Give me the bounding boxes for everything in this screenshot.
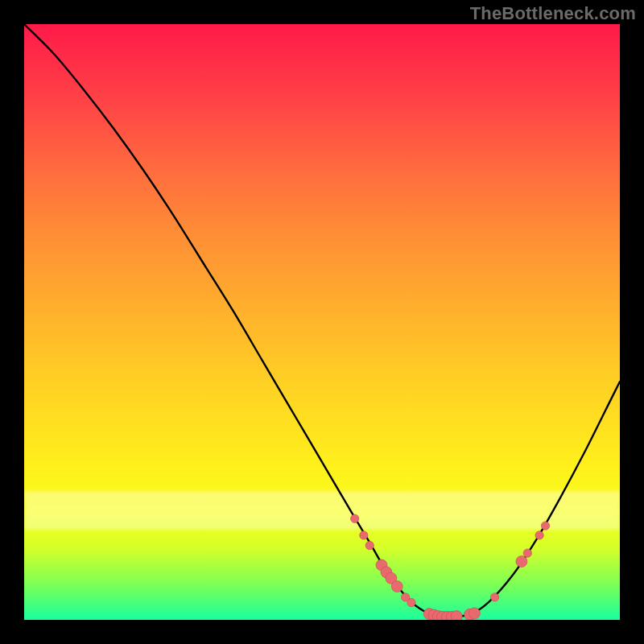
data-marker xyxy=(490,593,498,601)
data-marker xyxy=(516,555,527,567)
chart-svg xyxy=(24,24,620,620)
watermark-text: TheBottleneck.com xyxy=(470,3,636,24)
data-marker xyxy=(360,531,368,539)
data-marker xyxy=(407,598,415,606)
data-marker xyxy=(365,541,374,549)
curve-path xyxy=(24,24,620,617)
plot-area xyxy=(24,24,620,620)
data-marker xyxy=(541,522,549,530)
data-marker xyxy=(351,514,359,522)
data-marker xyxy=(523,549,531,557)
data-marker xyxy=(535,531,543,539)
chart-frame: TheBottleneck.com xyxy=(0,0,644,644)
data-marker xyxy=(391,581,402,592)
data-marker xyxy=(469,608,480,619)
markers-group xyxy=(351,514,550,620)
data-marker xyxy=(451,611,462,620)
